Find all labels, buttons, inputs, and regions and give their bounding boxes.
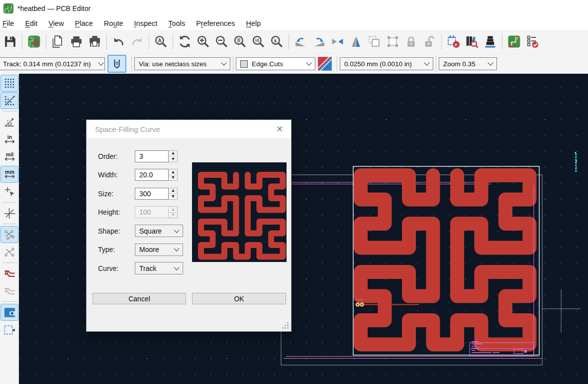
footprint-editor-button[interactable] xyxy=(444,32,463,52)
hide-tracks-toggle[interactable] xyxy=(0,265,18,282)
drc-check-button[interactable] xyxy=(523,32,542,52)
sketch-pads-toggle[interactable] xyxy=(0,282,18,299)
curve-select[interactable]: Track xyxy=(135,262,183,274)
via-size-value: Via: use netclass sizes xyxy=(139,60,206,68)
ratsnest-curved-toggle[interactable] xyxy=(0,244,18,260)
settings-toolbar: Track: 0.314 mm (0.01237 in) Via: use ne… xyxy=(0,54,588,74)
shape-value: Square xyxy=(139,227,162,235)
menu-inspect[interactable]: Inspect xyxy=(129,19,163,27)
zoom-in-icon xyxy=(196,35,210,48)
grid-size-value: 0.0250 mm (0.0010 in) xyxy=(344,60,412,68)
spin-down-icon[interactable] xyxy=(169,156,177,162)
close-icon[interactable]: ✕ xyxy=(275,125,285,134)
layer-select[interactable]: Edge.Cuts xyxy=(236,57,315,70)
order-field[interactable] xyxy=(135,150,178,162)
layer-stackup-button[interactable] xyxy=(481,32,499,52)
spin-up-icon[interactable] xyxy=(169,169,177,175)
menu-view[interactable]: View xyxy=(43,19,69,27)
lock-button[interactable] xyxy=(402,32,420,52)
menu-file[interactable]: File xyxy=(0,19,19,27)
size-label: Size: xyxy=(98,190,135,198)
cursor-shape-toggle[interactable] xyxy=(0,183,18,200)
zoom-fit-page-button[interactable] xyxy=(231,32,249,52)
zoom-in-button[interactable] xyxy=(194,32,212,52)
zoom-selection-button[interactable] xyxy=(268,32,286,52)
size-spinner[interactable] xyxy=(169,188,178,200)
menu-edit[interactable]: Edit xyxy=(19,19,43,27)
width-field[interactable] xyxy=(135,169,178,181)
menu-route[interactable]: Route xyxy=(98,19,129,27)
width-label: Width: xyxy=(98,171,135,179)
grid-dots-toggle[interactable] xyxy=(0,75,18,92)
group-icon xyxy=(368,35,381,48)
type-select[interactable]: Moore xyxy=(135,244,183,256)
spin-down-icon[interactable] xyxy=(169,213,177,218)
plot-button[interactable] xyxy=(86,32,104,52)
units-inches-toggle[interactable]: in xyxy=(0,131,18,148)
ungroup-button[interactable] xyxy=(384,32,402,52)
full-crosshair-toggle[interactable] xyxy=(0,205,18,222)
menu-place[interactable]: Place xyxy=(70,19,98,27)
units-mm-toggle[interactable]: mm xyxy=(0,166,18,183)
units-mils-toggle[interactable]: mil xyxy=(0,148,18,165)
zone-filled-icon xyxy=(3,306,16,319)
dialog-title: Space-Filling Curve xyxy=(95,125,160,133)
refresh-button[interactable] xyxy=(176,32,194,52)
find-icon: A xyxy=(154,35,168,48)
board-setup-button[interactable] xyxy=(25,32,43,52)
spin-up-icon[interactable] xyxy=(169,207,177,213)
unlock-button[interactable] xyxy=(420,32,439,52)
track-width-select[interactable]: Track: 0.314 mm (0.01237 in) xyxy=(0,57,105,70)
order-spinner[interactable] xyxy=(169,150,178,162)
spin-down-icon[interactable] xyxy=(169,194,177,199)
zoom-fit-objects-button[interactable] xyxy=(249,32,268,52)
size-field[interactable] xyxy=(135,188,178,200)
width-input[interactable] xyxy=(135,169,169,181)
spin-up-icon[interactable] xyxy=(169,188,177,194)
undo-button[interactable] xyxy=(109,32,128,52)
menu-preferences[interactable]: Preferences xyxy=(191,19,240,27)
grid-size-select[interactable]: 0.0250 mm (0.0010 in) xyxy=(340,57,433,70)
auto-track-width-toggle[interactable] xyxy=(107,55,126,73)
ok-button[interactable]: OK xyxy=(192,293,286,304)
order-input[interactable] xyxy=(135,150,169,162)
zoom-out-button[interactable] xyxy=(212,32,231,52)
resize-grip-icon[interactable] xyxy=(283,323,289,329)
interactive-router-button[interactable] xyxy=(505,32,523,52)
flip-horizontal-button[interactable] xyxy=(328,32,347,52)
chevron-down-icon xyxy=(174,246,179,251)
units-mm-icon: mm xyxy=(3,168,16,181)
zone-outline-toggle[interactable] xyxy=(0,321,18,338)
menu-tools[interactable]: Tools xyxy=(163,19,191,27)
height-spinner xyxy=(169,206,178,218)
rotate-ccw-icon xyxy=(294,35,307,48)
via-size-select[interactable]: Via: use netclass sizes xyxy=(134,57,230,70)
shape-select[interactable]: Square xyxy=(135,225,183,237)
width-spinner[interactable] xyxy=(169,169,178,181)
layer-pair-icon[interactable] xyxy=(317,56,332,71)
group-button[interactable] xyxy=(365,32,384,52)
zoom-select[interactable]: Zoom 0.35 xyxy=(439,57,497,70)
polar-coords-toggle[interactable]: θr xyxy=(0,114,18,130)
spin-down-icon[interactable] xyxy=(169,175,177,181)
titlebar: *heatbed — PCB Editor xyxy=(0,0,588,16)
dialog-titlebar[interactable]: Space-Filling Curve ✕ xyxy=(87,120,291,139)
find-button[interactable]: A xyxy=(152,32,170,52)
grid-axes-toggle[interactable] xyxy=(0,92,18,109)
chevron-down-icon xyxy=(174,264,179,270)
spin-up-icon[interactable] xyxy=(169,151,177,157)
print-button[interactable] xyxy=(67,32,86,52)
rotate-ccw-button[interactable] xyxy=(292,32,310,52)
rotate-cw-button[interactable] xyxy=(310,32,328,52)
footprint-browser-button[interactable] xyxy=(463,32,481,52)
cancel-button[interactable]: Cancel xyxy=(93,293,186,304)
ratsnest-lines-toggle[interactable] xyxy=(0,226,18,243)
zone-filled-toggle[interactable] xyxy=(0,304,18,321)
units-inches-icon: in xyxy=(3,133,16,146)
mirror-vertical-button[interactable] xyxy=(347,32,365,52)
save-button[interactable] xyxy=(1,32,19,52)
page-settings-button[interactable] xyxy=(49,32,67,52)
size-input[interactable] xyxy=(135,188,169,200)
curve-preview xyxy=(192,162,287,262)
menu-help[interactable]: Help xyxy=(240,19,266,27)
